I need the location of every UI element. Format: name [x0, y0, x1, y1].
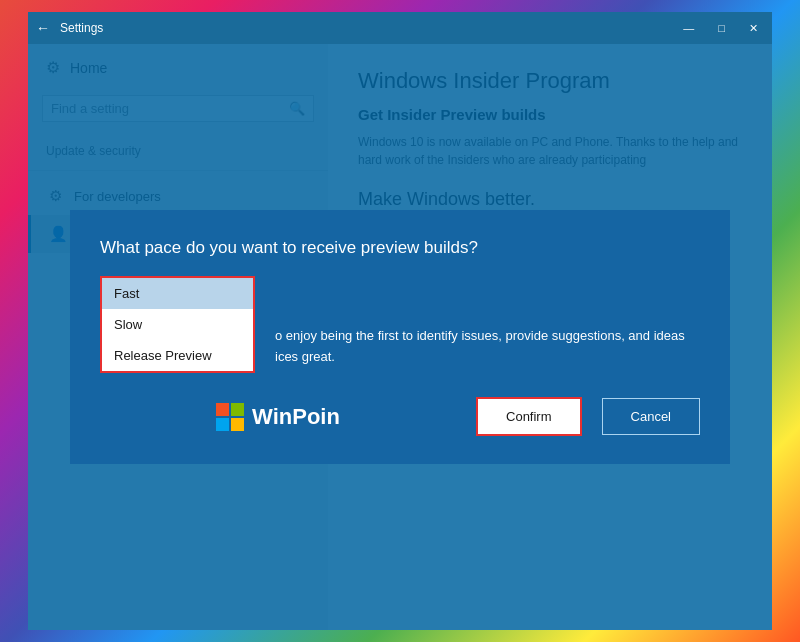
dialog-question: What pace do you want to receive preview… — [100, 238, 700, 258]
titlebar: ← Settings — □ ✕ — [28, 12, 772, 44]
ms-sq-green — [231, 403, 244, 416]
pace-dropdown[interactable]: Fast Slow Release Preview — [100, 276, 255, 373]
ms-sq-blue — [216, 418, 229, 431]
cancel-button[interactable]: Cancel — [602, 398, 700, 435]
dialog-footer: WinPoin Confirm Cancel — [100, 397, 700, 436]
settings-window: ← Settings — □ ✕ ⚙ Home 🔍 Update & secur… — [28, 12, 772, 630]
ms-sq-yellow — [231, 418, 244, 431]
ms-sq-red — [216, 403, 229, 416]
microsoft-logo-icon — [216, 403, 244, 431]
confirm-button[interactable]: Confirm — [476, 397, 582, 436]
winpoin-brand-text: WinPoin — [252, 404, 340, 430]
dropdown-item-release-preview[interactable]: Release Preview — [102, 340, 253, 371]
close-button[interactable]: ✕ — [743, 20, 764, 37]
dialog-body: Fast Slow Release Preview o enjoy being … — [100, 276, 700, 373]
window-title: Settings — [60, 21, 677, 35]
dropdown-item-slow[interactable]: Slow — [102, 309, 253, 340]
dialog-body-text: o enjoy being the first to identify issu… — [275, 276, 700, 368]
back-button[interactable]: ← — [36, 20, 50, 36]
minimize-button[interactable]: — — [677, 20, 700, 37]
window-controls: — □ ✕ — [677, 20, 764, 37]
dialog: What pace do you want to receive preview… — [70, 210, 730, 464]
dialog-overlay: What pace do you want to receive preview… — [28, 44, 772, 630]
dropdown-item-fast[interactable]: Fast — [102, 278, 253, 309]
maximize-button[interactable]: □ — [712, 20, 731, 37]
winpoin-logo: WinPoin — [100, 403, 456, 431]
dropdown-list: Fast Slow Release Preview — [100, 276, 255, 373]
